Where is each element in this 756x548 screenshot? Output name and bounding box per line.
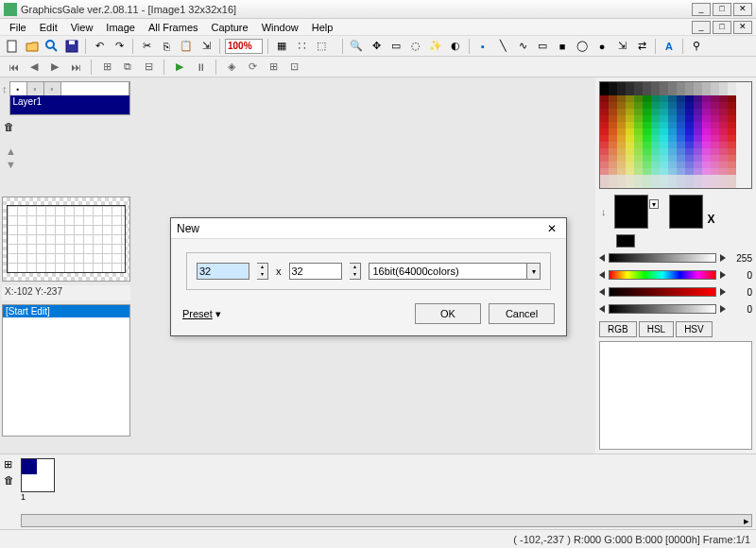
color-depth-select[interactable]: 16bit(64000colors) ▾	[369, 263, 541, 280]
maximize-button[interactable]: □	[713, 3, 731, 16]
mini-swatch-1[interactable]	[616, 234, 635, 248]
cancel-button[interactable]: Cancel	[489, 303, 555, 324]
gray-slider[interactable]: 255	[599, 251, 752, 265]
menu-allframes[interactable]: All Frames	[143, 20, 204, 35]
paste-icon[interactable]: 📋	[178, 38, 195, 55]
app-icon	[4, 3, 17, 16]
minimize-button[interactable]: _	[692, 3, 711, 16]
tab-hsl[interactable]: HSL	[639, 321, 674, 337]
svg-line-2	[53, 47, 57, 51]
import-icon[interactable]: ⇲	[198, 38, 215, 55]
rect-outline-icon[interactable]: ▭	[534, 38, 551, 55]
height-spinner[interactable]: ▴▾	[350, 263, 361, 280]
layer-name[interactable]: Layer1	[10, 95, 130, 114]
height-input[interactable]	[289, 263, 342, 280]
search-icon[interactable]	[43, 38, 60, 55]
grid-icon[interactable]: ▦	[273, 38, 290, 55]
cut-icon[interactable]: ✂	[138, 38, 155, 55]
first-frame-icon[interactable]: ⏮	[6, 60, 21, 75]
layer-tab-2[interactable]: ▫	[27, 82, 44, 95]
copy-icon[interactable]: ⎘	[158, 38, 175, 55]
move-up-icon[interactable]: ▲	[6, 146, 127, 157]
move-tool-icon[interactable]: ✥	[368, 38, 385, 55]
layer-panel[interactable]: ▪ ▫ ▫ Layer1	[9, 81, 131, 115]
lasso-icon[interactable]: ◌	[407, 38, 424, 55]
pencil-icon[interactable]: ▪	[474, 38, 491, 55]
ellipse-fill-icon[interactable]: ●	[593, 38, 610, 55]
text-tool-icon[interactable]: A	[661, 38, 678, 55]
menu-view[interactable]: View	[65, 20, 99, 35]
color-palette[interactable]	[599, 81, 752, 189]
close-button[interactable]: ✕	[733, 3, 752, 16]
preview-box	[2, 197, 130, 282]
wand-icon[interactable]: ✨	[427, 38, 444, 55]
curve-icon[interactable]: ∿	[514, 38, 531, 55]
pause-icon[interactable]: ⏸	[193, 60, 208, 75]
menu-file[interactable]: File	[4, 20, 32, 35]
frame-opts-icon[interactable]: ⊞	[4, 458, 13, 471]
snap-icon[interactable]: ⸬	[293, 38, 310, 55]
doc-minimize-button[interactable]: _	[692, 21, 711, 34]
line-icon[interactable]: ╲	[494, 38, 511, 55]
red-slider[interactable]: 0	[599, 285, 752, 299]
menu-image[interactable]: Image	[100, 20, 141, 35]
layer-tab-4[interactable]	[61, 82, 130, 95]
width-spinner[interactable]: ▴▾	[257, 263, 268, 280]
undo-icon[interactable]: ↶	[91, 38, 108, 55]
rect-fill-icon[interactable]: ■	[554, 38, 571, 55]
background-swatch[interactable]: X	[669, 195, 703, 229]
frame-thumbnail[interactable]	[21, 458, 55, 492]
fg-dropdown-icon[interactable]: ▾	[649, 199, 659, 209]
edit-history-item[interactable]: [Start Edit]	[3, 305, 129, 317]
dialog-close-button[interactable]: ✕	[543, 220, 560, 237]
magnifier-icon[interactable]: 🔍	[348, 38, 365, 55]
menu-capture[interactable]: Capture	[206, 20, 254, 35]
trash-icon[interactable]: 🗑	[4, 121, 19, 136]
menu-window[interactable]: Window	[256, 20, 304, 35]
main-toolbar: ↶ ↷ ✂ ⎘ 📋 ⇲ 100% ▦ ⸬ ⬚ 🔍 ✥ ▭ ◌ ✨ ◐ ▪ ╲ ∿…	[0, 36, 756, 57]
next-frame-icon[interactable]: ▶	[47, 60, 62, 75]
tab-rgb[interactable]: RGB	[599, 321, 637, 337]
tab-hsv[interactable]: HSV	[676, 321, 713, 337]
replace-color-icon[interactable]: ⇄	[633, 38, 650, 55]
rect-select-icon[interactable]: ▭	[387, 38, 404, 55]
zoom-level[interactable]: 100%	[225, 39, 263, 54]
add-frame-icon[interactable]: ⊞	[99, 60, 114, 75]
frame-scrollbar[interactable]: ▸	[21, 514, 752, 527]
anim-grid-icon[interactable]: ⊞	[266, 60, 281, 75]
eyedropper-icon[interactable]: ⚲	[688, 38, 705, 55]
redo-icon[interactable]: ↷	[111, 38, 128, 55]
ellipse-outline-icon[interactable]: ◯	[574, 38, 591, 55]
selection-icon[interactable]: ⬚	[313, 38, 330, 55]
coordinates: X:-102 Y:-237	[2, 285, 130, 300]
del-frame-icon[interactable]: ⊟	[141, 60, 156, 75]
preset-link[interactable]: Preset ▾	[182, 308, 221, 320]
loop-icon[interactable]: ⟳	[245, 60, 260, 75]
menu-edit[interactable]: Edit	[34, 20, 63, 35]
prev-frame-icon[interactable]: ◀	[26, 60, 42, 75]
last-frame-icon[interactable]: ⏭	[68, 60, 83, 75]
menu-help[interactable]: Help	[306, 20, 339, 35]
doc-close-button[interactable]: ✕	[733, 21, 752, 34]
flood-fill-icon[interactable]: ⇲	[613, 38, 630, 55]
move-down-icon[interactable]: ▼	[6, 159, 127, 170]
layer-up-icon[interactable]: ↕	[2, 83, 8, 94]
ok-button[interactable]: OK	[415, 303, 481, 324]
hue-slider[interactable]: 0	[599, 268, 752, 282]
save-icon[interactable]	[63, 38, 80, 55]
play-icon[interactable]: ▶	[172, 60, 187, 75]
doc-maximize-button[interactable]: □	[713, 21, 731, 34]
dup-frame-icon[interactable]: ⧉	[120, 60, 135, 75]
new-file-icon[interactable]	[4, 38, 21, 55]
layer-tab-3[interactable]: ▫	[44, 82, 61, 95]
width-input[interactable]	[197, 263, 249, 280]
open-file-icon[interactable]	[24, 38, 41, 55]
black-slider[interactable]: 0	[599, 302, 752, 316]
frame-trash-icon[interactable]: 🗑	[4, 474, 13, 486]
swap-colors-icon[interactable]: ↓	[601, 206, 607, 217]
foreground-swatch[interactable]: ▾	[614, 195, 648, 229]
anim-opts-icon[interactable]: ⊡	[286, 60, 301, 75]
layer-tab-1[interactable]: ▪	[10, 82, 27, 95]
color-select-icon[interactable]: ◐	[447, 38, 464, 55]
onion-icon[interactable]: ◈	[224, 60, 239, 75]
